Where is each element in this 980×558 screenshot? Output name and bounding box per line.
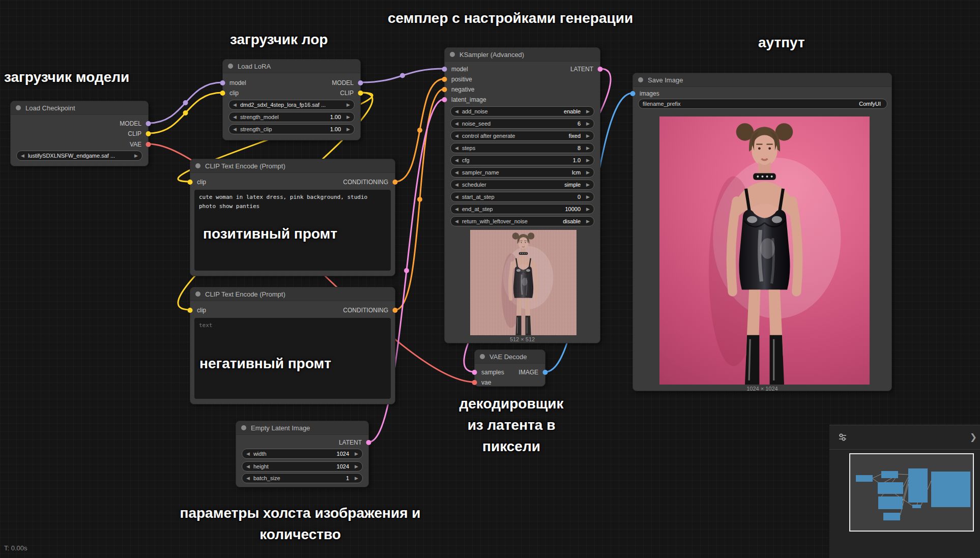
node-load-lora[interactable]: Load LoRA model MODEL clip CLIP ◀ dmd2_s… bbox=[222, 59, 361, 140]
decrement-arrow-icon[interactable]: ◀ bbox=[455, 219, 458, 224]
end-at-step-widget[interactable]: ◀end_at_step10000▶ bbox=[450, 204, 594, 214]
sliders-icon[interactable] bbox=[838, 432, 848, 443]
decrement-arrow-icon[interactable]: ◀ bbox=[455, 109, 458, 114]
increment-arrow-icon[interactable]: ▶ bbox=[586, 195, 590, 199]
increment-arrow-icon[interactable]: ▶ bbox=[347, 115, 350, 120]
sampler-name-widget[interactable]: ◀sampler_namelcm▶ bbox=[450, 167, 594, 178]
decrement-arrow-icon[interactable]: ◀ bbox=[455, 146, 458, 151]
decrement-arrow-icon[interactable]: ◀ bbox=[455, 158, 458, 163]
cfg-widget[interactable]: ◀cfg1.0▶ bbox=[450, 155, 594, 165]
node-header[interactable]: CLIP Text Encode (Prompt) bbox=[190, 159, 395, 173]
node-header[interactable]: Load LoRA bbox=[223, 60, 360, 73]
output-port-conditioning[interactable] bbox=[393, 180, 398, 185]
node-empty-latent-image[interactable]: Empty Latent Image LATENT ◀ width 1024 ▶… bbox=[236, 421, 369, 487]
node-clip-text-encode-negative[interactable]: CLIP Text Encode (Prompt) clip CONDITION… bbox=[190, 287, 395, 404]
input-port-clip[interactable] bbox=[188, 180, 193, 185]
decrement-arrow-icon[interactable]: ◀ bbox=[233, 115, 237, 120]
decrement-arrow-icon[interactable]: ◀ bbox=[455, 134, 458, 138]
decrement-arrow-icon[interactable]: ◀ bbox=[455, 207, 458, 212]
output-port-latent[interactable] bbox=[598, 67, 603, 72]
output-port-clip[interactable] bbox=[358, 91, 363, 96]
decrement-arrow-icon[interactable]: ◀ bbox=[233, 103, 237, 107]
strength-clip-widget[interactable]: ◀ strength_clip 1.00 ▶ bbox=[228, 124, 355, 134]
output-port-latent[interactable] bbox=[366, 440, 371, 445]
minimap-panel[interactable]: ❯ bbox=[829, 425, 980, 558]
node-save-image[interactable]: Save Image images filename_prefix ComfyU… bbox=[632, 73, 892, 391]
node-header[interactable]: KSampler (Advanced) bbox=[445, 48, 600, 62]
increment-arrow-icon[interactable]: ▶ bbox=[586, 134, 590, 138]
lora-name-combo[interactable]: ◀ dmd2_sdxl_4step_lora_fp16.saf ... ▶ bbox=[228, 100, 355, 110]
width-widget[interactable]: ◀ width 1024 ▶ bbox=[242, 449, 363, 459]
add-noise-widget[interactable]: ◀add_noiseenable▶ bbox=[450, 106, 594, 116]
collapse-dot-icon[interactable] bbox=[638, 77, 643, 82]
increment-arrow-icon[interactable]: ▶ bbox=[347, 103, 350, 107]
increment-arrow-icon[interactable]: ▶ bbox=[586, 146, 590, 151]
increment-arrow-icon[interactable]: ▶ bbox=[586, 109, 590, 114]
decrement-arrow-icon[interactable]: ◀ bbox=[246, 452, 250, 456]
increment-arrow-icon[interactable]: ▶ bbox=[355, 464, 358, 469]
noise-seed-widget[interactable]: ◀noise_seed6▶ bbox=[450, 119, 594, 129]
decrement-arrow-icon[interactable]: ◀ bbox=[455, 195, 458, 199]
node-clip-text-encode-positive[interactable]: CLIP Text Encode (Prompt) clip CONDITION… bbox=[190, 159, 395, 276]
scheduler-widget[interactable]: ◀schedulersimple▶ bbox=[450, 180, 594, 190]
collapse-dot-icon[interactable] bbox=[195, 163, 200, 168]
node-header[interactable]: Empty Latent Image bbox=[236, 421, 368, 435]
input-port-clip[interactable] bbox=[220, 91, 225, 96]
start-at-step-widget[interactable]: ◀start_at_step0▶ bbox=[450, 192, 594, 202]
output-port-model[interactable] bbox=[146, 121, 151, 126]
decrement-arrow-icon[interactable]: ◀ bbox=[246, 476, 250, 481]
node-load-checkpoint[interactable]: Load Checkpoint MODEL CLIP VAE ◀ lustify… bbox=[10, 101, 149, 166]
input-port-model[interactable] bbox=[442, 67, 447, 72]
chevron-right-icon[interactable]: ❯ bbox=[970, 432, 977, 443]
increment-arrow-icon[interactable]: ▶ bbox=[355, 452, 358, 456]
height-widget[interactable]: ◀ height 1024 ▶ bbox=[242, 461, 363, 472]
decrement-arrow-icon[interactable]: ◀ bbox=[455, 170, 458, 175]
collapse-dot-icon[interactable] bbox=[241, 425, 246, 430]
increment-arrow-icon[interactable]: ▶ bbox=[586, 207, 590, 212]
node-header[interactable]: Load Checkpoint bbox=[11, 101, 148, 115]
increment-arrow-icon[interactable]: ▶ bbox=[134, 154, 138, 158]
increment-arrow-icon[interactable]: ▶ bbox=[347, 127, 350, 132]
node-ksampler-advanced[interactable]: KSampler (Advanced) model LATENT positiv… bbox=[444, 47, 600, 343]
input-port-negative[interactable] bbox=[442, 87, 447, 92]
collapse-dot-icon[interactable] bbox=[450, 52, 455, 57]
collapse-dot-icon[interactable] bbox=[16, 105, 21, 110]
node-header[interactable]: CLIP Text Encode (Prompt) bbox=[190, 287, 395, 301]
filename-prefix-widget[interactable]: filename_prefix ComfyUI bbox=[638, 99, 887, 109]
output-port-image[interactable] bbox=[543, 370, 548, 375]
input-port-images[interactable] bbox=[630, 91, 636, 96]
output-port-vae[interactable] bbox=[146, 142, 151, 147]
decrement-arrow-icon[interactable]: ◀ bbox=[455, 183, 458, 187]
increment-arrow-icon[interactable]: ▶ bbox=[586, 158, 590, 163]
increment-arrow-icon[interactable]: ▶ bbox=[586, 219, 590, 224]
increment-arrow-icon[interactable]: ▶ bbox=[586, 183, 590, 187]
batch-size-widget[interactable]: ◀ batch_size 1 ▶ bbox=[242, 473, 363, 483]
output-port-model[interactable] bbox=[358, 80, 363, 85]
node-header[interactable]: VAE Decode bbox=[475, 350, 545, 364]
input-port-model[interactable] bbox=[220, 80, 225, 85]
increment-arrow-icon[interactable]: ▶ bbox=[586, 170, 590, 175]
collapse-dot-icon[interactable] bbox=[228, 64, 233, 69]
node-vae-decode[interactable]: VAE Decode samples IMAGE vae bbox=[474, 349, 545, 387]
input-port-clip[interactable] bbox=[188, 308, 193, 313]
ckpt-name-combo[interactable]: ◀ lustifySDXLNSFW_endgame.saf ... ▶ bbox=[16, 151, 142, 161]
increment-arrow-icon[interactable]: ▶ bbox=[355, 476, 358, 481]
control-after-generate-widget[interactable]: ◀control after generatefixed▶ bbox=[450, 131, 594, 141]
steps-widget[interactable]: ◀steps8▶ bbox=[450, 143, 594, 153]
minimap[interactable] bbox=[849, 453, 974, 532]
collapse-dot-icon[interactable] bbox=[195, 291, 200, 297]
input-port-positive[interactable] bbox=[442, 77, 447, 82]
node-header[interactable]: Save Image bbox=[633, 73, 891, 87]
decrement-arrow-icon[interactable]: ◀ bbox=[21, 154, 24, 158]
input-port-vae[interactable] bbox=[472, 380, 477, 385]
output-port-conditioning[interactable] bbox=[393, 308, 398, 313]
strength-model-widget[interactable]: ◀ strength_model 1.00 ▶ bbox=[228, 112, 355, 122]
decrement-arrow-icon[interactable]: ◀ bbox=[455, 122, 458, 126]
output-port-clip[interactable] bbox=[146, 131, 151, 136]
increment-arrow-icon[interactable]: ▶ bbox=[586, 122, 590, 126]
collapse-dot-icon[interactable] bbox=[480, 354, 485, 359]
decrement-arrow-icon[interactable]: ◀ bbox=[246, 464, 250, 469]
node-graph-canvas[interactable]: Load Checkpoint MODEL CLIP VAE ◀ lustify… bbox=[0, 0, 980, 558]
input-port-samples[interactable] bbox=[472, 370, 477, 375]
input-port-latent-image[interactable] bbox=[442, 97, 447, 102]
